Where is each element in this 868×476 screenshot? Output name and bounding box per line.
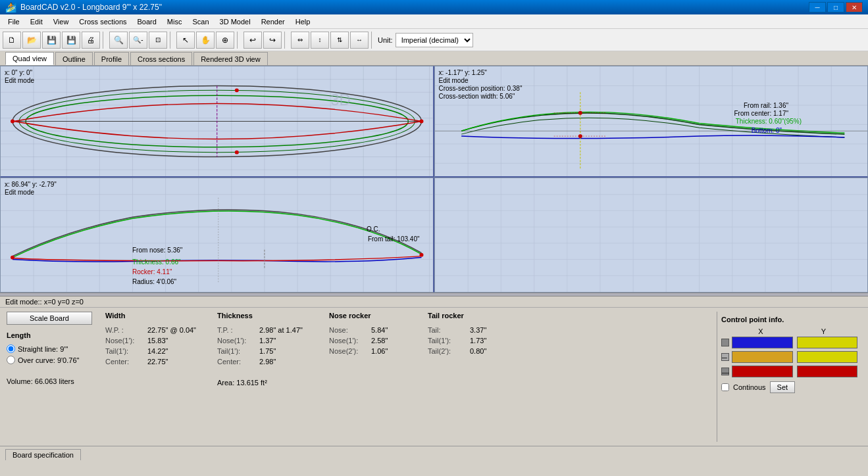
nose-nose1-label: Nose(1'): — [329, 337, 369, 345]
menu-scan[interactable]: Scan — [187, 16, 214, 27]
top-left-mode: Edit mode — [5, 77, 34, 84]
toolbar-new[interactable]: 🗋 — [3, 32, 21, 49]
tab-quad-view[interactable]: Quad view — [5, 52, 54, 65]
view-panel-top-right[interactable]: x: -1.17" y: 1.25" Edit mode Cross-secti… — [434, 66, 869, 178]
width-center-row: Center: 22.75" — [105, 358, 204, 366]
width-title: Width — [105, 312, 204, 320]
cp-box-2a — [732, 351, 793, 363]
minimize-button[interactable]: ─ — [809, 2, 826, 12]
volume-text: Volume: 66.063 liters — [7, 377, 92, 385]
toolbar-zoom-in[interactable]: 🔍 — [109, 32, 128, 49]
menu-misc[interactable]: Misc — [162, 16, 188, 27]
thick-center-row: Center: 2.98" — [217, 358, 316, 366]
info-panel: Scale Board Length Straight line: 9'" Ov… — [0, 308, 868, 446]
width-center-label: Center: — [105, 358, 145, 366]
tail-rocker-title: Tail rocker — [428, 312, 513, 320]
bottom-bar: Board specification — [0, 446, 868, 463]
top-left-coords: x: 0" y: 0" — [5, 69, 32, 76]
tb-sep-4 — [284, 32, 288, 49]
view-panel-bottom-left[interactable]: x: 86.94" y: -2.79" Edit mode O.C. From … — [0, 178, 434, 293]
menu-board[interactable]: Board — [132, 16, 162, 27]
toolbar-zoom-fit[interactable]: ⊡ — [149, 32, 167, 49]
tab-rendered-3d[interactable]: Rendered 3D view — [193, 52, 268, 65]
thick-nose1-value: 1.37" — [259, 337, 276, 345]
cp-x-header: X — [734, 327, 787, 335]
toolbar-print[interactable]: 🖨 — [82, 32, 100, 49]
cp-row-1 — [721, 337, 857, 348]
cp-btn-2[interactable]: ─ — [721, 353, 729, 361]
toolbar-open[interactable]: 📂 — [22, 32, 41, 49]
unit-select[interactable]: Imperial (decimal) Imperial (fraction) M… — [396, 33, 473, 47]
tb-sep-3 — [237, 32, 241, 49]
menu-cross-sections[interactable]: Cross sections — [74, 16, 132, 27]
thickness-title: Thickness — [217, 312, 316, 320]
close-button[interactable]: ✕ — [846, 2, 863, 12]
cp-btn-3[interactable]: — — [721, 368, 729, 375]
scale-board-button[interactable]: Scale Board — [7, 312, 92, 325]
thick-center-label: Center: — [217, 358, 257, 366]
view-panel-top-left[interactable]: 3D x: 0" y: 0" Edit mode — [0, 66, 434, 178]
tail-tail2-row: Tail(2'): 0.80" — [428, 347, 513, 355]
straight-line-radio[interactable] — [7, 345, 15, 353]
tab-cross-sections[interactable]: Cross sections — [130, 52, 192, 65]
nose-nose1-row: Nose(1'): 2.58" — [329, 337, 415, 345]
svg-point-27 — [11, 120, 14, 124]
svg-rect-80 — [435, 178, 868, 292]
thick-tail1-value: 1.75" — [259, 347, 276, 355]
tab-profile[interactable]: Profile — [94, 52, 129, 65]
board-spec-tab[interactable]: Board specification — [5, 449, 81, 460]
cp-row-3: — — [721, 366, 857, 377]
toolbar-zoom-out[interactable]: 🔍- — [129, 32, 147, 49]
cp-box-2b — [797, 351, 858, 363]
menu-help[interactable]: Help — [290, 16, 316, 27]
nose-nose2-row: Nose(2'): 1.06" — [329, 347, 415, 355]
menu-edit[interactable]: Edit — [25, 16, 48, 27]
svg-point-29 — [235, 88, 239, 92]
toolbar-redo[interactable]: ↪ — [263, 32, 282, 49]
thick-tp-label: T.P. : — [217, 326, 257, 334]
menu-file[interactable]: File — [3, 16, 25, 27]
bottom-left-mode: Edit mode — [5, 189, 34, 196]
title-controls[interactable]: ─ □ ✕ — [809, 2, 863, 12]
toolbar-flip-h[interactable]: ↕ — [311, 32, 329, 49]
cp-box-1b — [797, 337, 858, 348]
thick-nose1-row: Nose(1'): 1.37" — [217, 337, 316, 345]
toolbar-flip-v[interactable]: ⇅ — [330, 32, 349, 49]
thick-nose1-label: Nose(1'): — [217, 337, 257, 345]
menu-render[interactable]: Render — [256, 16, 290, 27]
toolbar-crosshair[interactable]: ⊕ — [216, 32, 234, 49]
toolbar-undo[interactable]: ↩ — [243, 32, 262, 49]
maximize-button[interactable]: □ — [827, 2, 844, 12]
width-center-value: 22.75" — [147, 358, 168, 366]
cp-set-row: Continous Set — [721, 381, 857, 393]
nose-nose1-value: 2.58" — [371, 337, 388, 345]
view-panel-bottom-right[interactable] — [434, 178, 869, 293]
toolbar-flip3[interactable]: ↔ — [350, 32, 369, 49]
cp-row-2: ─ — [721, 351, 857, 363]
over-curve-radio[interactable] — [7, 356, 15, 364]
top-right-coords: x: -1.17" y: 1.25" — [439, 69, 487, 76]
toolbar: 🗋 📂 💾 💾 🖨 🔍 🔍- ⊡ ↖ ✋ ⊕ ↩ ↪ ⇔ ↕ ⇅ ↔ Unit:… — [0, 29, 868, 51]
cp-set-button[interactable]: Set — [770, 381, 796, 393]
width-nose1-value: 15.83" — [147, 337, 168, 345]
svg-point-76 — [11, 256, 14, 260]
bottom-left-coords: x: 86.94" y: -2.79" — [5, 181, 57, 188]
toolbar-sym[interactable]: ⇔ — [291, 32, 309, 49]
svg-point-30 — [235, 151, 239, 155]
window-title: BoardCAD v2.0 - Longboard 9'" x 22.75" — [20, 3, 162, 12]
cp-btn-1[interactable] — [721, 339, 729, 346]
menu-3d-model[interactable]: 3D Model — [215, 16, 256, 27]
toolbar-select[interactable]: ↖ — [176, 32, 195, 49]
nose-nose-label: Nose: — [329, 326, 369, 334]
tab-outline[interactable]: Outline — [55, 52, 93, 65]
cp-y-header: Y — [790, 327, 857, 335]
width-section: Width W.P. : 22.75" @ 0.04" Nose(1'): 15… — [105, 312, 204, 442]
toolbar-pan[interactable]: ✋ — [196, 32, 215, 49]
nose-rocker-section: Nose rocker Nose: 5.84" Nose(1'): 2.58" … — [329, 312, 415, 442]
svg-point-77 — [419, 253, 423, 257]
app-icon: 🏄 — [5, 2, 16, 12]
toolbar-save2[interactable]: 💾 — [62, 32, 80, 49]
menu-view[interactable]: View — [48, 16, 74, 27]
cp-continuous-checkbox[interactable] — [721, 383, 729, 391]
toolbar-save[interactable]: 💾 — [42, 32, 61, 49]
